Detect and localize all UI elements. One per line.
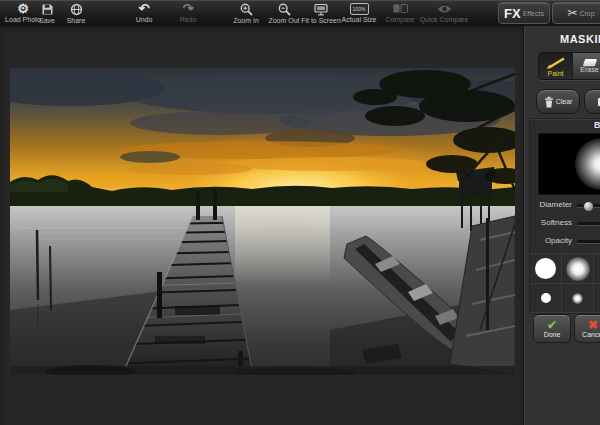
- monitor-icon: [314, 3, 328, 16]
- done-label: Done: [544, 331, 561, 338]
- brush-preset-soft-large[interactable]: [562, 254, 594, 284]
- masking-panel: MASKING Paint Erase MASK Clear: [523, 26, 600, 425]
- canvas-area: [0, 26, 523, 425]
- redo-icon: ↷: [183, 3, 194, 15]
- eye-icon: [437, 3, 452, 15]
- opacity-slider-row: Opacity: [530, 235, 600, 249]
- brush-preset-soft-medium[interactable]: [594, 254, 600, 284]
- quick-compare-button[interactable]: Quick Compare: [418, 1, 470, 25]
- fit-to-screen-label: Fit to Screen: [301, 17, 341, 24]
- paint-label: Paint: [548, 70, 564, 77]
- opacity-label: Opacity: [530, 236, 572, 245]
- actual-size-badge: 100%: [353, 6, 366, 12]
- invert-mask-button[interactable]: [584, 89, 600, 114]
- app-window: ⚙ Load Photo Save Share ↶ Undo ↷ Re: [0, 0, 600, 425]
- zoom-in-icon: [240, 3, 253, 16]
- brush-preset-hard-small[interactable]: [530, 284, 562, 313]
- brush-preset-soft-small[interactable]: [562, 284, 594, 313]
- paint-button[interactable]: Paint: [539, 53, 572, 79]
- brush-preview-blob: [575, 138, 600, 190]
- tab-crop[interactable]: ✂ Crop: [552, 2, 600, 24]
- eraser-icon: [582, 59, 596, 66]
- paint-erase-toggle: Paint Erase: [538, 52, 600, 80]
- save-label: Save: [39, 17, 55, 24]
- crop-label: Crop: [579, 10, 594, 17]
- redo-label: Redo: [180, 16, 197, 23]
- panel-title: MASKING: [560, 33, 600, 45]
- diameter-slider-row: Diameter: [530, 199, 600, 213]
- softness-slider-row: Softness: [530, 217, 600, 231]
- zoom-in-button[interactable]: Zoom In: [228, 1, 264, 25]
- globe-icon: [70, 3, 83, 16]
- undo-button[interactable]: ↶ Undo: [126, 1, 162, 25]
- photo-shore: [10, 365, 515, 375]
- erase-button[interactable]: Erase: [572, 53, 600, 79]
- brush-preset-grid: [530, 253, 600, 313]
- opacity-slider[interactable]: [577, 240, 600, 243]
- compare-label: Compare: [386, 16, 415, 23]
- compare-icon: [393, 3, 408, 15]
- share-button[interactable]: Share: [62, 1, 90, 25]
- scissors-icon: ✂: [567, 7, 577, 19]
- photo-water: [10, 206, 515, 375]
- actual-size-button[interactable]: 100% Actual Size: [338, 1, 380, 25]
- undo-label: Undo: [136, 16, 153, 23]
- erase-label: Erase: [580, 66, 598, 73]
- brush-preview: [538, 133, 600, 195]
- brush-section-header: BRUSH: [594, 120, 600, 130]
- done-button[interactable]: ✔ Done: [533, 314, 571, 343]
- actual-size-icon: 100%: [350, 3, 369, 15]
- brush-preset-hard-large[interactable]: [530, 254, 562, 284]
- diameter-slider-knob[interactable]: [583, 201, 594, 212]
- brush-settings-group: BRUSH Diameter Softness Opacity: [529, 118, 600, 314]
- zoom-in-label: Zoom In: [233, 17, 259, 24]
- save-button[interactable]: Save: [34, 1, 60, 25]
- tab-fx-effects[interactable]: FX Effects: [498, 2, 550, 24]
- cancel-button[interactable]: ✖ Cancel: [574, 314, 600, 343]
- clear-mask-button[interactable]: Clear: [536, 89, 580, 114]
- softness-slider[interactable]: [577, 222, 600, 225]
- gear-icon: ⚙: [17, 3, 29, 15]
- softness-label: Softness: [530, 218, 572, 227]
- diameter-label: Diameter: [530, 200, 572, 209]
- trash-icon: [544, 96, 554, 108]
- compare-button[interactable]: Compare: [380, 1, 420, 25]
- diameter-slider[interactable]: [577, 204, 600, 207]
- photo[interactable]: [10, 68, 515, 375]
- cancel-label: Cancel: [582, 331, 600, 338]
- save-icon: [41, 3, 54, 16]
- zoom-out-label: Zoom Out: [268, 17, 299, 24]
- redo-button[interactable]: ↷ Redo: [170, 1, 206, 25]
- quick-compare-label: Quick Compare: [420, 16, 469, 23]
- undo-icon: ↶: [139, 3, 150, 15]
- brush-preset-soft-tiny[interactable]: [594, 284, 600, 313]
- toolbar: ⚙ Load Photo Save Share ↶ Undo ↷ Re: [0, 0, 600, 27]
- check-icon: ✔: [547, 320, 557, 331]
- fx-logo-suffix: Effects: [523, 10, 544, 17]
- fx-logo: FX: [504, 6, 521, 21]
- zoom-out-icon: [278, 3, 291, 16]
- actual-size-label: Actual Size: [341, 16, 376, 23]
- paint-brush-icon: [545, 56, 567, 70]
- cross-icon: ✖: [588, 320, 598, 331]
- share-label: Share: [67, 17, 86, 24]
- clear-label: Clear: [556, 98, 573, 105]
